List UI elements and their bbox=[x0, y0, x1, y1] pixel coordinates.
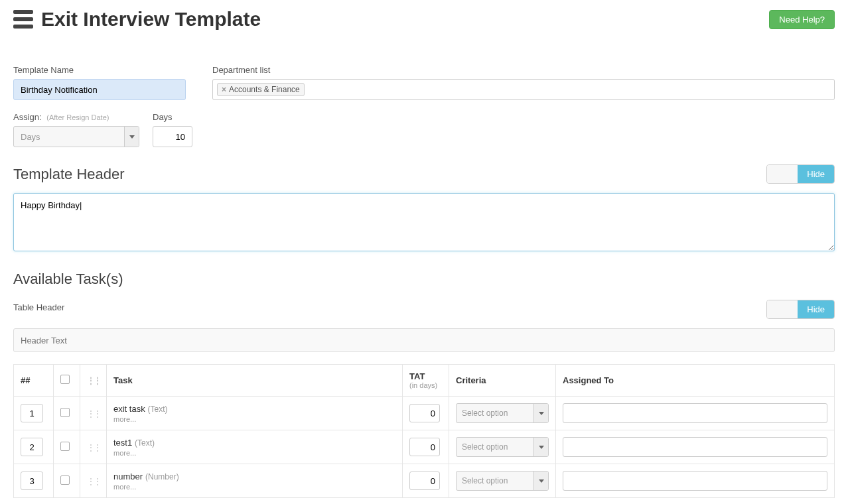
template-header-show-button[interactable] bbox=[767, 165, 798, 183]
page-title: Exit Interview Template bbox=[41, 8, 261, 31]
col-tat: TAT (in days) bbox=[403, 365, 449, 397]
drag-handle-icon[interactable] bbox=[87, 442, 96, 451]
assigned-to-input[interactable] bbox=[563, 437, 827, 457]
table-row: exit task (Text)more...Select option bbox=[14, 397, 835, 430]
col-criteria: Criteria bbox=[449, 365, 556, 397]
row-checkbox[interactable] bbox=[60, 408, 70, 417]
template-header-toggle[interactable]: Hide bbox=[766, 164, 835, 184]
page-header: Exit Interview Template Need Help? bbox=[13, 5, 835, 38]
table-header-hide-button[interactable]: Hide bbox=[798, 300, 834, 318]
department-tag-label: Accounts & Finance bbox=[229, 85, 300, 94]
days-input[interactable] bbox=[153, 126, 192, 147]
task-type: (Number) bbox=[145, 472, 179, 481]
template-header-textarea[interactable] bbox=[13, 193, 835, 251]
task-more-link[interactable]: more... bbox=[113, 449, 395, 457]
task-more-link[interactable]: more... bbox=[113, 415, 395, 423]
template-header-hide-button[interactable]: Hide bbox=[798, 165, 834, 183]
template-header-title: Template Header bbox=[13, 166, 125, 183]
table-row: number (Number)more...Select option bbox=[14, 464, 835, 498]
tat-input[interactable] bbox=[409, 438, 440, 456]
drag-handle-icon[interactable] bbox=[87, 408, 96, 417]
row-number-input[interactable] bbox=[21, 404, 43, 422]
task-name: exit task bbox=[113, 404, 145, 414]
col-number: ## bbox=[14, 365, 54, 397]
assigned-to-input[interactable] bbox=[563, 471, 827, 491]
task-name: test1 bbox=[113, 438, 132, 448]
department-tag[interactable]: × Accounts & Finance bbox=[217, 83, 305, 96]
assign-select[interactable]: Days bbox=[13, 126, 139, 147]
department-list-label: Department list bbox=[212, 65, 835, 75]
available-tasks-title: Available Task(s) bbox=[13, 271, 123, 288]
row-checkbox[interactable] bbox=[60, 475, 70, 485]
assign-select-caret[interactable] bbox=[124, 127, 139, 147]
table-header-toggle[interactable]: Hide bbox=[766, 300, 835, 319]
select-all-checkbox[interactable] bbox=[60, 375, 70, 384]
criteria-caret-icon[interactable] bbox=[533, 404, 548, 422]
drag-all-icon bbox=[87, 375, 96, 385]
template-name-label: Template Name bbox=[13, 65, 186, 75]
task-more-link[interactable]: more... bbox=[113, 483, 395, 491]
row-checkbox[interactable] bbox=[60, 442, 70, 451]
table-header-input[interactable] bbox=[13, 328, 835, 352]
assign-label: Assign: (After Resign Date) bbox=[13, 112, 139, 122]
col-task: Task bbox=[107, 365, 403, 397]
remove-tag-icon[interactable]: × bbox=[222, 85, 226, 94]
row-number-input[interactable] bbox=[21, 438, 43, 456]
need-help-button[interactable]: Need Help? bbox=[769, 10, 835, 29]
task-name: number bbox=[113, 472, 143, 481]
drag-handle-icon[interactable] bbox=[87, 475, 96, 485]
template-name-input[interactable] bbox=[13, 79, 186, 100]
tasks-table: ## Task TAT (in days) Criteria Assigned … bbox=[13, 364, 835, 498]
table-row: test1 (Text)more...Select option bbox=[14, 430, 835, 464]
col-drag bbox=[80, 365, 107, 397]
criteria-caret-icon[interactable] bbox=[533, 472, 548, 490]
tat-input[interactable] bbox=[409, 472, 440, 490]
tat-input[interactable] bbox=[409, 404, 440, 422]
col-checkbox bbox=[54, 365, 80, 397]
table-header-label: Table Header bbox=[13, 302, 64, 312]
row-number-input[interactable] bbox=[21, 472, 43, 490]
task-type: (Text) bbox=[135, 438, 155, 448]
days-label: Days bbox=[153, 112, 192, 122]
table-header-show-button[interactable] bbox=[767, 300, 798, 318]
task-type: (Text) bbox=[148, 405, 168, 414]
assigned-to-input[interactable] bbox=[563, 403, 827, 423]
department-list-input[interactable]: × Accounts & Finance bbox=[212, 79, 835, 100]
criteria-caret-icon[interactable] bbox=[533, 438, 548, 456]
col-assigned: Assigned To bbox=[556, 365, 835, 397]
menu-icon[interactable] bbox=[13, 10, 33, 29]
